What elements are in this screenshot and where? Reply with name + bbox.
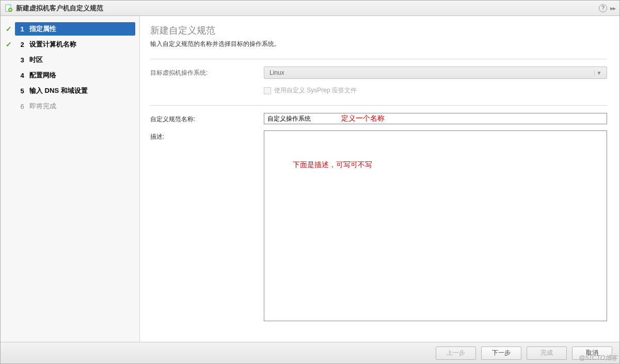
help-icon[interactable]: ? [599,4,607,12]
checkbox-icon [264,87,271,94]
step-label: 即将完成 [29,102,56,111]
spacer [150,85,264,87]
step-number: 6 [18,103,26,110]
document-add-icon [5,4,13,12]
description-textarea[interactable] [264,130,607,321]
cancel-button[interactable]: 取消 [572,346,612,360]
step-4[interactable]: 4 配置网络 [1,68,139,83]
divider [150,59,607,59]
sysprep-label: 使用自定义 SysPrep 应答文件 [274,86,357,95]
step-number: 2 [18,41,26,48]
body-area: ✓ 1 指定属性 ✓ 2 设置计算机名称 3 时区 [1,16,619,342]
os-value: Linux [269,69,284,76]
name-label: 自定义规范名称: [150,113,264,124]
step-5[interactable]: 5 输入 DNS 和域设置 [1,83,139,98]
name-row: 自定义规范名称: 定义一个名称 [150,113,607,124]
divider [150,105,607,106]
expand-icon[interactable]: ▸▸ [610,5,615,12]
step-2[interactable]: ✓ 2 设置计算机名称 [1,37,139,52]
window-title: 新建虚拟机客户机自定义规范 [16,4,599,13]
step-6[interactable]: 6 即将完成 [1,98,139,114]
step-number: 4 [18,72,26,79]
step-3[interactable]: 3 时区 [1,52,139,68]
step-label: 时区 [29,55,43,64]
page-title: 新建自定义规范 [150,24,607,37]
step-number: 5 [18,87,26,95]
desc-label: 描述: [150,130,264,141]
os-label: 目标虚拟机操作系统: [150,67,264,77]
step-number: 1 [18,25,26,33]
check-icon: ✓ [5,40,13,48]
check-placeholder [5,102,13,110]
back-button[interactable]: 上一步 [436,346,476,360]
finish-button[interactable]: 完成 [527,346,567,360]
check-icon: ✓ [5,25,13,33]
check-placeholder [5,71,13,79]
sysprep-row: 使用自定义 SysPrep 应答文件 [150,85,607,95]
sysprep-checkbox: 使用自定义 SysPrep 应答文件 [264,85,607,95]
wizard-sidebar: ✓ 1 指定属性 ✓ 2 设置计算机名称 3 时区 [1,16,140,342]
os-row: 目标虚拟机操作系统: Linux ▼ [150,67,607,79]
chevron-down-icon: ▼ [594,70,603,76]
step-label: 配置网络 [29,71,56,80]
step-1[interactable]: ✓ 1 指定属性 [1,21,139,37]
main-content: 新建自定义规范 输入自定义规范的名称并选择目标的操作系统。 目标虚拟机操作系统:… [140,16,619,342]
spec-name-input[interactable] [264,113,607,124]
desc-row: 描述: 下面是描述，可写可不写 [150,130,607,332]
step-label: 设置计算机名称 [29,40,76,49]
step-label: 指定属性 [29,24,56,34]
os-select[interactable]: Linux ▼ [264,67,607,79]
step-label: 输入 DNS 和域设置 [29,86,88,95]
check-placeholder [5,87,13,95]
titlebar-controls: ? ▸▸ [599,4,615,12]
page-subtitle: 输入自定义规范的名称并选择目标的操作系统。 [150,40,607,48]
titlebar: 新建虚拟机客户机自定义规范 ? ▸▸ [1,1,619,16]
footer: 上一步 下一步 完成 取消 @51CTO博客 [1,342,619,363]
dialog-window: 新建虚拟机客户机自定义规范 ? ▸▸ ✓ 1 指定属性 ✓ 2 设置计算机名称 [0,0,620,364]
next-button[interactable]: 下一步 [481,346,521,360]
step-number: 3 [18,56,26,64]
check-placeholder [5,56,13,64]
